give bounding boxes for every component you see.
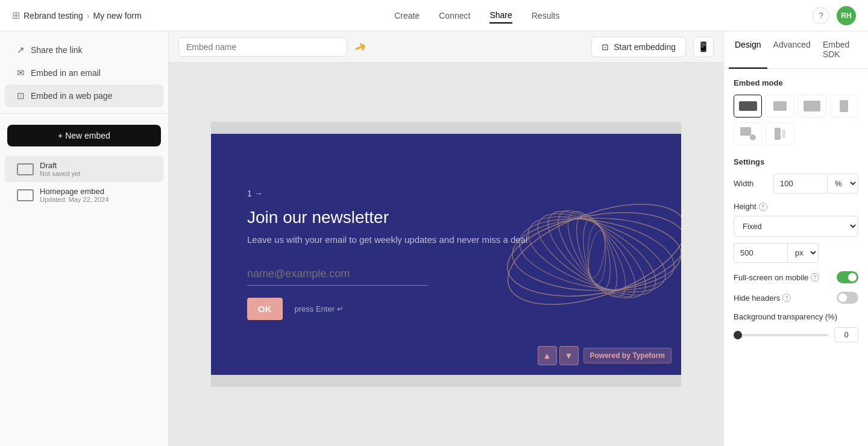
height-input[interactable] — [734, 243, 788, 263]
embed-list-item-draft[interactable]: Draft Not saved yet — [5, 156, 163, 182]
embed-list: Draft Not saved yet Homepage embed Updat… — [0, 151, 168, 213]
embed-homepage-icon — [17, 189, 34, 201]
popup-icon — [769, 99, 791, 113]
preview-container: 1 → Join our newsletter Leave us with yo… — [211, 122, 681, 387]
sidebar-item-embed-email[interactable]: ✉ Embed in an email — [5, 61, 163, 84]
bg-transparency-label: Background transparency (%) — [734, 312, 858, 321]
height-label: Height — [734, 202, 756, 211]
center-content: ➜ ⊡ Start embedding 📱 — [169, 31, 723, 446]
height-section: Height ? Fixed Auto px % — [734, 202, 858, 263]
settings-label: Settings — [734, 157, 858, 166]
height-label-with-help: Height ? — [734, 202, 767, 211]
height-input-group: px % — [734, 243, 858, 263]
breadcrumb-project[interactable]: Rebrand testing — [24, 11, 83, 20]
nav-create[interactable]: Create — [394, 8, 420, 23]
avatar[interactable]: RH — [837, 6, 856, 25]
embed-mode-grid-row1 — [734, 95, 858, 118]
start-embedding-label: Start embedding — [614, 42, 676, 52]
slider-container — [734, 327, 858, 342]
sidebar-item-embed-web[interactable]: ⊡ Embed in a web page — [5, 84, 163, 107]
arrow-indicator: ➜ — [352, 37, 369, 57]
preview-area: 1 → Join our newsletter Leave us with yo… — [169, 63, 723, 446]
right-panel: Design Advanced Embed SDK Embed mode — [723, 31, 868, 446]
sidebar-divider — [0, 113, 168, 114]
fullscreen-help-icon[interactable]: ? — [811, 273, 819, 281]
height-help-icon[interactable]: ? — [759, 203, 767, 211]
fullscreen-mobile-label: Full-screen on mobile — [734, 273, 808, 282]
slider-icon — [801, 99, 823, 113]
width-label: Width — [734, 179, 753, 188]
embed-draft-date: Not saved yet — [40, 170, 80, 177]
breadcrumb-separator: › — [87, 11, 90, 20]
ok-button[interactable]: OK — [247, 298, 283, 320]
embed-toolbar: ➜ ⊡ Start embedding 📱 — [169, 31, 723, 63]
nav-arrows: ▲ ▼ — [538, 346, 579, 365]
range-thumb[interactable] — [734, 331, 742, 339]
typeform-content: 1 → Join our newsletter Leave us with yo… — [211, 165, 681, 344]
sidebar-item-share-link[interactable]: ↗ Share the link — [5, 39, 163, 61]
nav-results[interactable]: Results — [532, 8, 560, 23]
embed-mode-full[interactable] — [830, 95, 858, 118]
fullscreen-label-group: Full-screen on mobile ? — [734, 273, 819, 282]
embed-name-input[interactable] — [178, 37, 347, 57]
height-mode-select[interactable]: Fixed Auto — [734, 216, 858, 237]
embed-email-icon: ✉ — [17, 68, 25, 78]
embed-mode-popup[interactable] — [766, 95, 794, 118]
bg-transparency-row: Background transparency (%) — [734, 312, 858, 342]
fullscreen-mobile-toggle[interactable] — [837, 271, 858, 283]
sidebar-embed-email-label: Embed in an email — [31, 68, 101, 78]
question-subtitle: Leave us with your email to get weekly u… — [247, 234, 645, 245]
powered-by-badge: Powered by Typeform — [583, 348, 672, 363]
question-title: Join our newsletter — [247, 208, 645, 227]
new-embed-button[interactable]: + New embed — [7, 125, 161, 146]
nav-down-button[interactable]: ▼ — [559, 346, 579, 365]
embed-list-item-homepage[interactable]: Homepage embed Updated: May 22, 2024 — [5, 182, 163, 208]
sidebar-share-link-label: Share the link — [31, 45, 83, 55]
popover-icon — [737, 127, 759, 140]
height-label-row: Height ? — [734, 202, 858, 211]
breadcrumb-form[interactable]: My new form — [93, 11, 142, 20]
email-input[interactable] — [247, 263, 428, 286]
width-input[interactable] — [773, 174, 828, 193]
range-slider[interactable] — [734, 334, 828, 336]
nav-share[interactable]: Share — [489, 8, 512, 24]
start-embedding-button[interactable]: ⊡ Start embedding — [591, 37, 686, 57]
embed-mode-inline[interactable] — [734, 95, 762, 118]
tab-embed-sdk[interactable]: Embed SDK — [817, 31, 863, 69]
sidetab-icon — [769, 127, 791, 140]
grid-icon: ⊞ — [12, 10, 20, 21]
tab-advanced[interactable]: Advanced — [767, 31, 817, 69]
embed-homepage-name: Homepage embed — [40, 187, 108, 196]
embed-mode-label: Embed mode — [734, 78, 858, 87]
embed-web-icon: ⊡ — [17, 90, 25, 101]
embed-mode-grid-row2 — [734, 122, 858, 145]
hide-headers-help-icon[interactable]: ? — [782, 294, 791, 302]
sidebar: ↗ Share the link ✉ Embed in an email ⊡ E… — [0, 31, 169, 446]
embed-mode-slider[interactable] — [798, 95, 826, 118]
embed-homepage-date: Updated: May 22, 2024 — [40, 196, 108, 203]
embed-mode-popover[interactable] — [734, 122, 762, 145]
width-unit-select[interactable]: % px — [828, 174, 858, 193]
start-embedding-icon: ⊡ — [602, 42, 609, 52]
preview-strip-top — [211, 122, 681, 134]
tab-design[interactable]: Design — [729, 31, 767, 69]
bg-transparency-value[interactable] — [834, 327, 858, 342]
preview-footer-bar: ▲ ▼ Powered by Typeform — [538, 346, 672, 365]
width-row: Width % px — [734, 174, 858, 193]
mobile-preview-button[interactable]: 📱 — [693, 37, 714, 57]
nav-connect[interactable]: Connect — [439, 8, 470, 23]
embed-draft-icon — [17, 163, 34, 175]
main-layout: ↗ Share the link ✉ Embed in an email ⊡ E… — [0, 31, 868, 446]
embed-draft-info: Draft Not saved yet — [40, 161, 80, 177]
hide-headers-toggle[interactable] — [837, 292, 858, 304]
embed-homepage-info: Homepage embed Updated: May 22, 2024 — [40, 187, 108, 203]
question-number: 1 → — [247, 189, 645, 198]
preview-strip-bottom — [211, 375, 681, 387]
height-unit-select[interactable]: px % — [788, 243, 819, 263]
help-button[interactable]: ? — [813, 7, 829, 24]
fullscreen-mobile-row: Full-screen on mobile ? — [734, 271, 858, 283]
embed-mode-sidetab[interactable] — [766, 122, 794, 145]
right-panel-tabs: Design Advanced Embed SDK — [724, 31, 868, 69]
full-icon — [833, 99, 855, 113]
nav-up-button[interactable]: ▲ — [538, 346, 557, 365]
